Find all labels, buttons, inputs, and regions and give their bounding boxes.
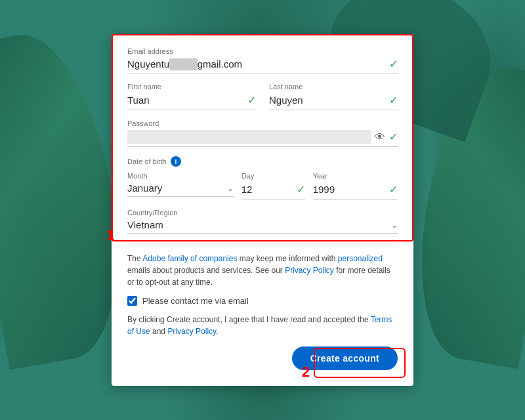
- privacy-policy-link-2[interactable]: Privacy Policy: [167, 327, 216, 336]
- divider: [127, 243, 398, 243]
- day-field-row: ✓: [242, 182, 305, 200]
- country-select[interactable]: Vietnam United States United Kingdom Jap…: [127, 219, 388, 230]
- password-field-group: Password 👁 ✓: [127, 119, 398, 147]
- name-row: First name ✓ Last name ✓: [127, 83, 398, 110]
- firstname-label: First name: [127, 83, 256, 91]
- email-contact-checkbox[interactable]: [127, 296, 137, 306]
- adobe-family-link[interactable]: Adobe family of companies: [142, 254, 237, 263]
- lastname-field-row: ✓: [269, 93, 398, 110]
- year-check-icon: ✓: [389, 183, 398, 196]
- country-chevron-icon: ⌄: [391, 220, 398, 230]
- dob-label: Date of birth: [127, 158, 167, 165]
- day-col: Day ✓: [242, 172, 305, 200]
- year-col: Year ✓: [313, 172, 398, 200]
- registration-form: 1 Email address Nguyentu████gmail.com ✓ …: [112, 34, 413, 386]
- month-col: Month January February March April May J…: [127, 172, 234, 200]
- lastname-label: Last name: [269, 83, 398, 91]
- password-check-icon: ✓: [389, 131, 398, 143]
- terms-text: By clicking Create account, I agree that…: [127, 314, 398, 337]
- month-select[interactable]: January February March April May June Ju…: [127, 182, 224, 194]
- firstname-field-group: First name ✓: [127, 83, 256, 110]
- annotation-number-1: 1: [106, 227, 114, 244]
- day-check-icon: ✓: [297, 183, 305, 196]
- year-input[interactable]: [313, 182, 385, 196]
- password-eye-icon[interactable]: 👁: [375, 131, 385, 143]
- month-chevron-icon: ⌄: [227, 184, 234, 193]
- create-btn-row: Create account: [127, 346, 398, 370]
- email-check-icon: ✓: [389, 58, 398, 70]
- country-label: Country/Region: [127, 209, 398, 217]
- year-field-row: ✓: [313, 182, 398, 200]
- email-contact-label: Please contact me via email: [142, 296, 249, 306]
- day-label: Day: [242, 172, 305, 180]
- lastname-field-group: Last name ✓: [269, 83, 398, 110]
- email-label: Email address: [127, 47, 398, 55]
- lastname-input[interactable]: [269, 93, 385, 107]
- email-display: Nguyentu████gmail.com: [127, 58, 385, 70]
- password-input[interactable]: [127, 130, 371, 144]
- year-label: Year: [313, 172, 398, 180]
- firstname-check-icon: ✓: [247, 94, 256, 106]
- email-contact-checkbox-row: Please contact me via email: [127, 296, 398, 306]
- month-label: Month: [127, 172, 234, 180]
- country-field-group: Country/Region Vietnam United States Uni…: [127, 209, 398, 234]
- marketing-text: The Adobe family of companies may keep m…: [127, 253, 398, 288]
- dob-label-row: Date of birth i: [127, 156, 398, 167]
- firstname-field-row: ✓: [127, 93, 256, 110]
- dob-row: Month January February March April May J…: [127, 172, 398, 200]
- month-select-row: January February March April May June Ju…: [127, 182, 234, 197]
- password-label: Password: [127, 119, 398, 127]
- firstname-input[interactable]: [127, 93, 243, 107]
- dob-info-icon[interactable]: i: [171, 156, 181, 167]
- lastname-check-icon: ✓: [389, 94, 398, 106]
- day-input[interactable]: [242, 182, 293, 196]
- email-field-group: Email address Nguyentu████gmail.com ✓: [127, 47, 398, 74]
- personalized-link[interactable]: personalized: [338, 254, 383, 263]
- annotation-number-2: 2: [302, 364, 310, 381]
- email-field-row: Nguyentu████gmail.com ✓: [127, 58, 398, 74]
- privacy-policy-link-1[interactable]: Privacy Policy: [285, 266, 334, 275]
- country-select-row: Vietnam United States United Kingdom Jap…: [127, 219, 398, 234]
- password-field-row: 👁 ✓: [127, 130, 398, 147]
